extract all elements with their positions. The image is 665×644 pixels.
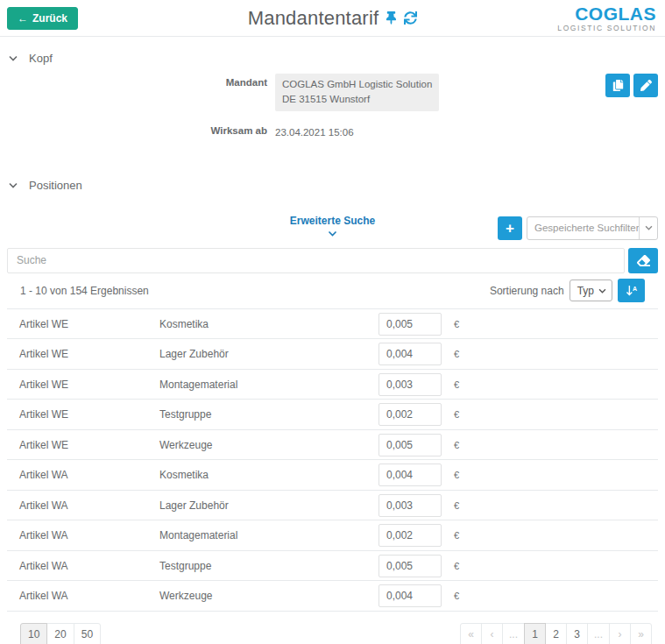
row-value-cell: € (378, 494, 459, 517)
row-value-cell: € (378, 524, 459, 547)
tariff-value-input[interactable] (378, 524, 442, 547)
saved-filter-controls: + Gespeicherte Suchfilter (498, 216, 658, 240)
page-size-button[interactable]: 20 (46, 623, 74, 644)
kopf-section: Kopf Mandant COGLAS GmbH Logistic Soluti… (0, 52, 665, 140)
currency-label: € (454, 409, 459, 420)
positionen-section-toggle[interactable]: Positionen (0, 179, 665, 192)
tariff-value-input[interactable] (378, 555, 442, 577)
row-article-group: Testgruppe (159, 408, 378, 421)
back-arrow-icon: ← (18, 12, 28, 25)
currency-label: € (454, 591, 459, 601)
currency-label: € (454, 470, 459, 480)
search-input[interactable] (7, 248, 625, 273)
wirksam-ab-value: 23.04.2021 15:06 (275, 122, 354, 140)
currency-label: € (454, 500, 459, 511)
copy-button[interactable] (605, 74, 630, 97)
back-button[interactable]: ← Zurück (7, 7, 78, 30)
row-article-group: Testgruppe (159, 560, 378, 572)
table-row: Artikel WA Testgruppe € (7, 551, 658, 582)
row-type: Artikel WA (19, 469, 159, 481)
mandant-value-line1: COGLAS GmbH Logistic Solution (282, 77, 432, 92)
chevron-down-icon (9, 182, 18, 188)
table-row: Artikel WA Werkzeuge € (7, 581, 658, 612)
tariff-value-input[interactable] (378, 584, 442, 607)
pagination-button[interactable]: ... (502, 623, 525, 644)
kopf-section-label: Kopf (29, 52, 53, 65)
positionen-section: Positionen Erweiterte Suche + Gespeicher… (0, 179, 665, 644)
currency-label: € (454, 349, 459, 359)
row-type: Artikel WA (19, 560, 159, 572)
row-type: Artikel WA (19, 590, 159, 602)
tariff-value-input[interactable] (378, 343, 442, 365)
back-button-label: Zurück (32, 12, 67, 25)
sort-field-value: Typ (577, 285, 594, 297)
sort-controls: Sortierung nach Typ A (490, 279, 645, 302)
table-row: Artikel WA Kosmetika € (7, 460, 658, 491)
kopf-body: Mandant COGLAS GmbH Logistic Solution DE… (0, 74, 665, 140)
tariff-value-input[interactable] (378, 403, 442, 426)
pagination-button[interactable]: ... (587, 623, 610, 644)
tariff-value-input[interactable] (378, 434, 442, 456)
table-footer: 10 20 50 « ‹ ... 1 2 3 (7, 623, 658, 644)
positionen-section-label: Positionen (29, 179, 82, 192)
pagination-button[interactable]: 2 (545, 623, 567, 644)
row-value-cell: € (378, 434, 459, 456)
pagination-button[interactable]: » (630, 623, 652, 644)
pagination-button[interactable]: 1 (524, 623, 546, 644)
edit-button[interactable] (633, 74, 658, 97)
row-type: Artikel WE (19, 318, 159, 330)
results-bar: 1 - 10 von 154 Ergebnissen Sortierung na… (7, 273, 658, 309)
mandant-value-line2: DE 31515 Wunstorf (282, 92, 432, 107)
table-row: Artikel WE Testgruppe € (7, 400, 658, 430)
results-count: 1 - 10 von 154 Ergebnissen (20, 285, 149, 297)
kopf-section-toggle[interactable]: Kopf (0, 52, 665, 65)
currency-label: € (454, 561, 459, 571)
currency-label: € (454, 530, 459, 541)
page-size-button[interactable]: 10 (20, 623, 47, 644)
page-size-button[interactable]: 50 (74, 623, 101, 644)
mandant-value: COGLAS GmbH Logistic Solution DE 31515 W… (275, 74, 439, 111)
row-type: Artikel WE (19, 439, 159, 451)
tariff-value-input[interactable] (378, 373, 442, 396)
row-value-cell: € (378, 343, 459, 365)
row-value-cell: € (378, 313, 459, 336)
eraser-icon (637, 254, 650, 267)
sort-label: Sortierung nach (490, 285, 564, 297)
pagination-button[interactable]: 3 (566, 623, 588, 644)
chevron-down-icon (328, 230, 337, 237)
tariff-table: Artikel WE Kosmetika € Artikel WE Lager … (7, 309, 658, 612)
page-title: Mandantentarif (248, 7, 379, 30)
saved-filters-select[interactable]: Gespeicherte Suchfilter (527, 216, 658, 240)
pagination-button[interactable]: ‹ (481, 623, 503, 644)
clear-search-button[interactable] (628, 248, 658, 273)
pagination-button[interactable]: › (609, 623, 631, 644)
refresh-icon[interactable] (404, 11, 417, 25)
sort-field-select[interactable]: Typ (569, 280, 612, 301)
pagination-button[interactable]: « (460, 623, 482, 644)
pin-icon[interactable] (386, 11, 397, 25)
mandantentarif-page: ← Zurück Mandantentarif COGLAS LOGISTIC … (0, 0, 665, 644)
sort-ascending-icon: A (626, 285, 638, 297)
table-row: Artikel WA Montagematerial € (7, 520, 658, 551)
row-type: Artikel WE (19, 408, 159, 421)
row-type: Artikel WA (19, 529, 159, 541)
sort-direction-button[interactable]: A (618, 279, 645, 302)
row-article-group: Werkzeuge (159, 590, 378, 602)
row-value-cell: € (378, 464, 459, 486)
kopf-actions (605, 74, 658, 97)
header-bar: ← Zurück Mandantentarif COGLAS LOGISTIC … (0, 0, 665, 37)
mandant-label: Mandant (0, 74, 267, 111)
row-article-group: Kosmetika (159, 469, 378, 481)
table-row: Artikel WE Montagematerial € (7, 370, 658, 400)
wirksam-ab-label: Wirksam ab (0, 122, 267, 140)
row-type: Artikel WE (19, 348, 159, 360)
row-article-group: Montagematerial (159, 379, 378, 391)
tariff-value-input[interactable] (378, 313, 442, 336)
filter-bar: Erweiterte Suche + Gespeicherte Suchfilt… (0, 215, 665, 243)
currency-label: € (454, 379, 459, 390)
row-article-group: Lager Zubehör (159, 348, 378, 360)
tariff-value-input[interactable] (378, 494, 442, 517)
tariff-value-input[interactable] (378, 464, 442, 486)
row-article-group: Kosmetika (159, 318, 378, 330)
add-filter-button[interactable]: + (498, 216, 522, 240)
